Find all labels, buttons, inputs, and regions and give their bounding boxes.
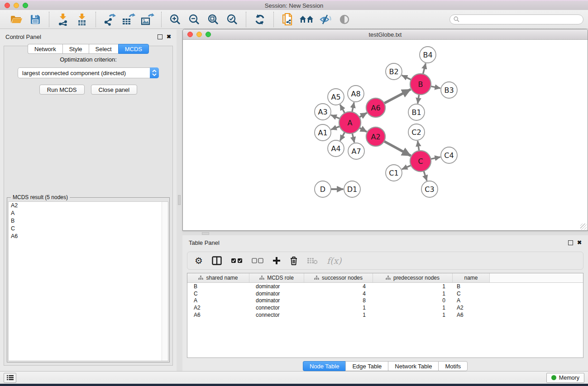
open-file-icon[interactable]: [8, 12, 24, 27]
graph-node-A[interactable]: A: [339, 112, 361, 133]
column-header-successor-nodes[interactable]: successor nodes: [304, 273, 373, 282]
mcds-result-list[interactable]: A2 A B C A6: [8, 201, 168, 361]
search-icon: [454, 16, 459, 22]
export-network-icon[interactable]: [101, 12, 118, 27]
float-table-panel-icon[interactable]: [568, 240, 573, 245]
svg-text:C3: C3: [425, 185, 434, 194]
column-header-mcds-role[interactable]: MCDS role: [249, 273, 304, 282]
graph-node-C3[interactable]: C3: [421, 181, 438, 197]
graph-node-A8[interactable]: A8: [348, 86, 364, 102]
import-table-icon[interactable]: [74, 12, 90, 27]
function-builder-icon-disabled: f(x): [327, 256, 342, 266]
svg-text:C: C: [418, 157, 423, 166]
list-item[interactable]: A6: [9, 233, 168, 240]
column-header-shared-name[interactable]: shared name: [187, 273, 249, 282]
criterion-dropdown[interactable]: largest connected component (directed): [18, 67, 159, 78]
zoom-in-icon[interactable]: [167, 12, 183, 27]
list-item[interactable]: C: [9, 225, 168, 233]
float-panel-icon[interactable]: [158, 34, 163, 39]
copy-network-icon[interactable]: [279, 12, 296, 27]
graph-node-A3[interactable]: A3: [315, 104, 331, 120]
table-row[interactable]: Cdominator41C: [187, 290, 583, 297]
table-options-gear-icon[interactable]: ⚙: [195, 256, 203, 265]
table-panel: Table Panel ✖ ⚙: [182, 235, 588, 371]
hide-graphics-icon[interactable]: [317, 12, 334, 27]
table-row[interactable]: A2connector11A2: [187, 304, 583, 311]
tab-style[interactable]: Style: [62, 44, 89, 54]
close-window-button[interactable]: [5, 3, 10, 8]
delete-column-icon[interactable]: [290, 256, 298, 265]
column-header-name[interactable]: name: [453, 273, 490, 282]
tab-motifs[interactable]: Motifs: [438, 361, 468, 371]
search-field[interactable]: [449, 14, 583, 24]
tab-node-table[interactable]: Node Table: [303, 361, 346, 371]
horizontal-splitter[interactable]: [202, 232, 209, 235]
graph-node-A6[interactable]: A6: [366, 98, 385, 117]
list-item[interactable]: A2: [9, 202, 168, 210]
list-item[interactable]: B: [9, 217, 168, 225]
zoom-window-button[interactable]: [23, 3, 28, 8]
zoom-network-window-button[interactable]: [206, 32, 211, 37]
zoom-selected-icon[interactable]: [224, 12, 240, 27]
zoom-out-icon[interactable]: [186, 12, 202, 27]
import-network-icon[interactable]: [55, 12, 71, 27]
memory-button[interactable]: Memory: [546, 373, 584, 383]
tab-network-table[interactable]: Network Table: [388, 361, 438, 371]
graph-node-B4[interactable]: B4: [420, 47, 436, 63]
save-session-icon[interactable]: [27, 12, 43, 27]
delete-table-icon-disabled: [307, 257, 318, 264]
tab-mcds[interactable]: MCDS: [118, 44, 149, 54]
zoom-fit-icon[interactable]: [205, 12, 221, 27]
graph-node-A1[interactable]: A1: [315, 124, 331, 141]
network-canvas[interactable]: ABCA6A2A1A3A4A5A7A8B1B2B3B4C1C2C3C4DD1: [183, 40, 587, 230]
vertical-splitter[interactable]: [177, 29, 182, 371]
graph-node-D[interactable]: D: [315, 181, 331, 197]
close-panel-button[interactable]: Close panel: [91, 85, 138, 95]
tab-select[interactable]: Select: [89, 44, 118, 54]
graph-node-C4[interactable]: C4: [441, 147, 457, 163]
graph-node-A2[interactable]: A2: [366, 127, 385, 146]
deselect-all-icon[interactable]: [252, 258, 263, 263]
scrollbar[interactable]: [162, 202, 168, 361]
close-panel-icon[interactable]: ✖: [167, 34, 171, 39]
graph-node-A4[interactable]: A4: [328, 140, 344, 157]
select-all-icon[interactable]: [231, 258, 243, 263]
tab-network[interactable]: Network: [28, 44, 62, 54]
show-columns-icon[interactable]: [212, 256, 222, 265]
column-header-predecessor-nodes[interactable]: predecessor nodes: [373, 273, 453, 282]
graph-node-D1[interactable]: D1: [344, 181, 360, 197]
graph-node-C[interactable]: C: [410, 151, 431, 172]
show-graphics-icon[interactable]: [336, 12, 353, 27]
list-item[interactable]: A: [9, 210, 168, 217]
optimization-criterion-label: Optimization criterion:: [4, 56, 172, 63]
tab-edge-table[interactable]: Edge Table: [345, 361, 388, 371]
export-table-icon[interactable]: [120, 12, 137, 27]
close-network-window-button[interactable]: [187, 32, 193, 37]
minimize-network-window-button[interactable]: [196, 32, 202, 37]
graph-node-B3[interactable]: B3: [441, 82, 457, 98]
graph-node-B[interactable]: B: [410, 74, 431, 95]
graph-node-B2[interactable]: B2: [386, 63, 402, 80]
graph-node-C2[interactable]: C2: [408, 124, 425, 140]
export-image-icon[interactable]: [139, 12, 156, 27]
graph-node-A5[interactable]: A5: [328, 89, 344, 105]
refresh-icon[interactable]: [252, 12, 268, 27]
create-column-icon[interactable]: [272, 257, 281, 265]
graph-node-B1[interactable]: B1: [408, 104, 425, 120]
memory-label: Memory: [559, 375, 579, 381]
node-table[interactable]: shared name MCDS role successor nodes pr…: [187, 273, 583, 358]
table-row[interactable]: A6connector11A6: [187, 311, 583, 319]
table-row[interactable]: Adominator80A: [187, 297, 583, 304]
graph-node-C1[interactable]: C1: [386, 165, 402, 181]
column-type-icon: [259, 276, 264, 280]
run-mcds-button[interactable]: Run MCDS: [39, 85, 85, 95]
minimize-window-button[interactable]: [14, 3, 19, 8]
close-table-panel-icon[interactable]: ✖: [577, 240, 582, 245]
home-layout-icon[interactable]: [298, 12, 315, 27]
task-history-button[interactable]: [4, 373, 16, 383]
window-resize-grip[interactable]: [580, 224, 587, 230]
search-input[interactable]: [462, 16, 579, 23]
table-row[interactable]: Bdominator41B: [187, 283, 583, 290]
graph-node-A7[interactable]: A7: [348, 143, 364, 159]
network-window-titlebar: testGlobe.txt: [183, 29, 588, 40]
